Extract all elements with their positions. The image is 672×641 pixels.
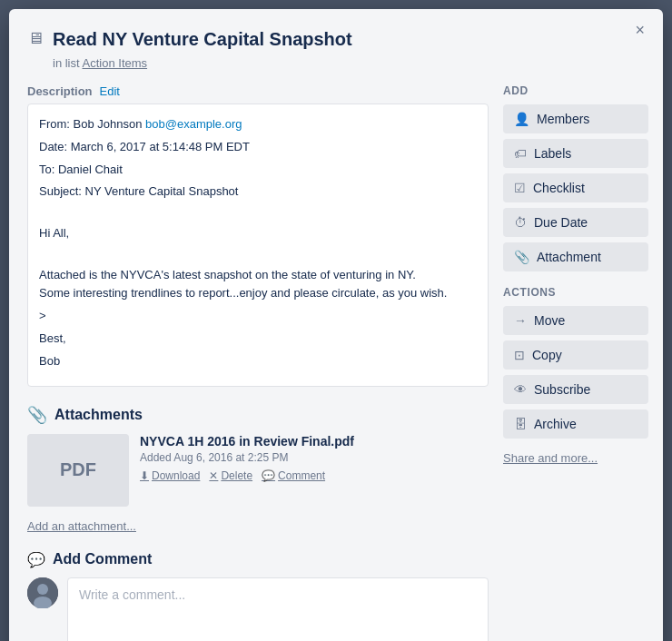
move-button[interactable]: → Move xyxy=(503,306,648,335)
sidebar-actions-title: Actions xyxy=(503,286,648,299)
comment-input-row: 📎 @ ☺ 🖥 xyxy=(27,577,489,641)
attachment-date: Added Aug 6, 2016 at 2:25 PM xyxy=(140,451,489,464)
modal-header: 🖥 Read NY Venture Capital Snapshot xyxy=(27,27,648,51)
attachments-header: 📎 Attachments xyxy=(27,405,489,425)
download-link[interactable]: ⬇ Download xyxy=(140,469,200,482)
description-box: From: Bob Johnson bob@example.org Date: … xyxy=(27,104,489,387)
delete-icon: ✕ xyxy=(209,469,218,482)
main-content: Description Edit From: Bob Johnson bob@e… xyxy=(27,84,489,641)
labels-icon: 🏷 xyxy=(514,146,527,161)
comment-section-icon: 💬 xyxy=(27,551,45,568)
attachment-actions: ⬇ Download ✕ Delete 💬 Comment xyxy=(140,469,489,482)
subscribe-button[interactable]: 👁 Subscribe xyxy=(503,375,648,404)
share-link[interactable]: Share and more... xyxy=(503,451,598,465)
modal-subtitle: in list Action Items xyxy=(53,56,648,70)
attachment-thumbnail: PDF xyxy=(27,434,129,507)
attachment-button[interactable]: 📎 Attachment xyxy=(503,242,648,271)
comment-textarea[interactable] xyxy=(67,577,489,641)
subscribe-icon: 👁 xyxy=(514,382,527,397)
archive-icon: 🗄 xyxy=(514,417,527,431)
list-link[interactable]: Action Items xyxy=(83,56,148,70)
comment-header: 💬 Add Comment xyxy=(27,551,489,568)
add-attachment-link[interactable]: Add an attachment... xyxy=(27,519,136,533)
email-link[interactable]: bob@example.org xyxy=(145,117,242,131)
sidebar: Add 👤 Members 🏷 Labels ☑ Checklist ⏱ Due… xyxy=(503,84,648,641)
attachment-icon: 📎 xyxy=(27,405,47,425)
copy-button[interactable]: ⊡ Copy xyxy=(503,340,648,370)
due-date-button[interactable]: ⏱ Due Date xyxy=(503,208,648,237)
sidebar-add-title: Add xyxy=(503,84,648,97)
svg-point-1 xyxy=(37,584,48,595)
attachment-filename: NYVCA 1H 2016 in Review Final.pdf xyxy=(140,434,489,449)
modal-body: Description Edit From: Bob Johnson bob@e… xyxy=(27,84,648,641)
attachment-item: PDF NYVCA 1H 2016 in Review Final.pdf Ad… xyxy=(27,434,489,507)
download-icon: ⬇ xyxy=(140,469,149,482)
attachments-title: Attachments xyxy=(54,407,143,423)
due-date-icon: ⏱ xyxy=(514,215,527,230)
checklist-button[interactable]: ☑ Checklist xyxy=(503,173,648,202)
comment-link[interactable]: 💬 Comment xyxy=(262,469,325,482)
comment-icon-small: 💬 xyxy=(262,469,275,482)
members-icon: 👤 xyxy=(514,112,529,126)
avatar xyxy=(27,577,58,608)
archive-button[interactable]: 🗄 Archive xyxy=(503,409,648,439)
modal-title: Read NY Venture Capital Snapshot xyxy=(53,27,352,51)
close-button[interactable]: × xyxy=(629,20,650,40)
card-type-icon: 🖥 xyxy=(27,29,44,48)
comment-box-wrapper: 📎 @ ☺ 🖥 xyxy=(67,577,489,641)
copy-icon: ⊡ xyxy=(514,348,525,362)
checklist-icon: ☑ xyxy=(514,181,526,195)
card-modal: × 🖥 Read NY Venture Capital Snapshot in … xyxy=(9,9,663,641)
labels-button[interactable]: 🏷 Labels xyxy=(503,139,648,168)
description-edit-link[interactable]: Edit xyxy=(100,84,120,98)
sidebar-add-section: Add 👤 Members 🏷 Labels ☑ Checklist ⏱ Due… xyxy=(503,84,648,271)
attachment-info: NYVCA 1H 2016 in Review Final.pdf Added … xyxy=(140,434,489,482)
members-button[interactable]: 👤 Members xyxy=(503,104,648,133)
attachments-section: 📎 Attachments PDF NYVCA 1H 2016 in Revie… xyxy=(27,405,489,533)
move-icon: → xyxy=(514,313,527,328)
comment-section: 💬 Add Comment 📎 xyxy=(27,551,489,641)
attachment-btn-icon: 📎 xyxy=(514,250,529,264)
description-label: Description Edit xyxy=(27,84,489,98)
comment-section-title: Add Comment xyxy=(53,551,152,567)
delete-link[interactable]: ✕ Delete xyxy=(209,469,252,482)
sidebar-actions-section: Actions → Move ⊡ Copy 👁 Subscribe 🗄 Arch… xyxy=(503,286,648,465)
